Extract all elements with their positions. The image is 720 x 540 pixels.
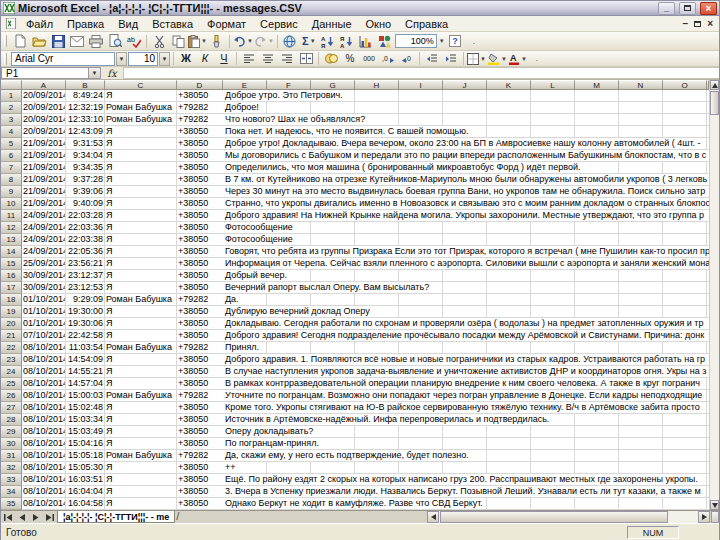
- cell-date[interactable]: 24/09/2014: [22, 210, 66, 222]
- cell-phone[interactable]: +38050: [177, 210, 223, 222]
- cell-phone[interactable]: +38050: [177, 426, 223, 438]
- font-size-dropdown-arrow-icon[interactable]: ▼: [159, 52, 170, 66]
- previous-sheet-button[interactable]: [15, 511, 29, 523]
- cell-date[interactable]: 25/09/2014: [22, 258, 66, 270]
- cell-message[interactable]: В 7 км. от Кутейниково на отрезке Кутейн…: [223, 174, 709, 186]
- cell-time[interactable]: 15:02:48: [66, 402, 105, 414]
- cell-phone[interactable]: +38050: [177, 246, 223, 258]
- cell-date[interactable]: 30/09/2014: [22, 282, 66, 294]
- cell-time[interactable]: 14:55:21: [66, 366, 105, 378]
- cell-date[interactable]: 20/09/2014: [22, 114, 66, 126]
- print-preview-button[interactable]: [106, 33, 124, 49]
- cell-message[interactable]: Добрый вечер.: [223, 270, 709, 282]
- cell-time[interactable]: 23:12:37: [66, 270, 105, 282]
- cell-sender[interactable]: Я: [105, 90, 177, 102]
- vertical-scrollbar[interactable]: [709, 80, 719, 510]
- dropdown-arrow-icon[interactable]: ▼: [310, 38, 316, 44]
- font-size-box[interactable]: 10: [128, 52, 158, 66]
- cell-message[interactable]: Да, скажи ему, у него есть подтверждение…: [223, 450, 709, 462]
- cell-message[interactable]: Через 30 минут на это место выдвинулась …: [223, 186, 709, 198]
- cell-sender[interactable]: Я: [105, 318, 177, 330]
- cell-time[interactable]: 22:03:38: [66, 234, 105, 246]
- row-number[interactable]: 4: [1, 126, 22, 138]
- cell-sender[interactable]: Я: [105, 366, 177, 378]
- cell-message[interactable]: Определились, что моя машина ( бронирова…: [223, 162, 709, 174]
- cell-phone[interactable]: +38050: [177, 330, 223, 342]
- increase-indent-button[interactable]: [442, 51, 460, 67]
- cell-message[interactable]: Доброе утро! Докладываю. Вчера вечером, …: [223, 138, 709, 150]
- cell-time[interactable]: 15:05:30: [66, 462, 105, 474]
- cell-message[interactable]: 3. Вчера в Успенку приезжали люди. Назва…: [223, 486, 709, 498]
- horizontal-scroll-thumb[interactable]: [440, 511, 668, 523]
- cell-phone[interactable]: +38050: [177, 90, 223, 102]
- cell-date[interactable]: 08/10/2014: [22, 414, 66, 426]
- cell-phone[interactable]: +38050: [177, 414, 223, 426]
- cell-sender[interactable]: Я: [105, 222, 177, 234]
- column-header-C[interactable]: C: [105, 80, 177, 90]
- cell-date[interactable]: 21/09/2014: [22, 174, 66, 186]
- cell-phone[interactable]: +38050: [177, 270, 223, 282]
- cell-phone[interactable]: +38050: [177, 222, 223, 234]
- row-number[interactable]: 16: [1, 270, 22, 282]
- sheet-tab-active[interactable]: ¦a¦-¦-¦-¦- ¦C¦-¦-ТГТИ¦¦¦- - me: [57, 511, 175, 523]
- print-button[interactable]: [87, 33, 105, 49]
- font-name-dropdown-arrow-icon[interactable]: ▼: [116, 52, 127, 66]
- column-header-N[interactable]: N: [619, 80, 663, 90]
- cell-time[interactable]: 8:49:24: [66, 90, 105, 102]
- cell-message[interactable]: Мы договорились с Бабушком и передали эт…: [223, 150, 709, 162]
- cell-sender[interactable]: Я: [105, 306, 177, 318]
- cell-date[interactable]: 08/10/2014: [22, 354, 66, 366]
- insert-function-button[interactable]: fx: [101, 67, 123, 79]
- cell-time[interactable]: 9:39:06: [66, 186, 105, 198]
- cell-phone[interactable]: +38050: [177, 234, 223, 246]
- cell-time[interactable]: 9:40:09: [66, 198, 105, 210]
- copy-button[interactable]: [169, 33, 187, 49]
- cell-date[interactable]: 08/10/2014: [22, 486, 66, 498]
- cell-sender[interactable]: Я: [105, 414, 177, 426]
- cell-date[interactable]: 08/10/2014: [22, 390, 66, 402]
- cell-time[interactable]: 19:30:00: [66, 306, 105, 318]
- toolbar-grip[interactable]: [4, 53, 7, 65]
- cell-date[interactable]: 21/09/2014: [22, 198, 66, 210]
- cell-time[interactable]: 15:00:03: [66, 390, 105, 402]
- row-number[interactable]: 33: [1, 474, 22, 486]
- decrease-indent-button[interactable]: [423, 51, 441, 67]
- cell-sender[interactable]: Я: [105, 402, 177, 414]
- cell-time[interactable]: 19:30:06: [66, 318, 105, 330]
- cell-time[interactable]: 15:03:34: [66, 414, 105, 426]
- cell-date[interactable]: 20/09/2014: [22, 126, 66, 138]
- dropdown-arrow-icon[interactable]: ▼: [480, 56, 486, 62]
- open-button[interactable]: [30, 33, 48, 49]
- cell-time[interactable]: 14:57:04: [66, 378, 105, 390]
- cell-message[interactable]: Дублирую вечерний доклад Оперу: [223, 306, 709, 318]
- cell-sender[interactable]: Я: [105, 438, 177, 450]
- cell-message[interactable]: Ещё. По району ездят 2 скорых на которых…: [223, 474, 709, 486]
- column-header-A[interactable]: A: [22, 80, 66, 90]
- cell-message[interactable]: Странно, что укропы двигались именно в Н…: [223, 198, 709, 210]
- cell-phone[interactable]: +38050: [177, 162, 223, 174]
- menu-вид[interactable]: Вид: [111, 18, 145, 30]
- horizontal-scrollbar[interactable]: [427, 511, 710, 523]
- merge-center-button[interactable]: [297, 51, 315, 67]
- cell-date[interactable]: 21/09/2014: [22, 138, 66, 150]
- cell-sender[interactable]: Я: [105, 354, 177, 366]
- cell-phone[interactable]: +38050: [177, 258, 223, 270]
- cell-time[interactable]: 16:04:58: [66, 498, 105, 510]
- cell-phone[interactable]: +38050: [177, 378, 223, 390]
- menu-правка[interactable]: Правка: [60, 18, 111, 30]
- cell-message[interactable]: Доброго здравия. 1. Появляются всё новые…: [223, 354, 709, 366]
- cell-sender[interactable]: Я: [105, 258, 177, 270]
- cell-time[interactable]: 14:54:09: [66, 354, 105, 366]
- cell-phone[interactable]: +38050: [177, 474, 223, 486]
- row-number[interactable]: 18: [1, 294, 22, 306]
- cell-phone[interactable]: +38050: [177, 282, 223, 294]
- cell-phone[interactable]: +38050: [177, 366, 223, 378]
- sort-ascending-button[interactable]: АЯ: [319, 33, 337, 49]
- cell-time[interactable]: 23:56:21: [66, 258, 105, 270]
- menu-файл[interactable]: Файл: [19, 18, 60, 30]
- toolbar-options-button[interactable]: .: [465, 33, 483, 49]
- undo-button[interactable]: ▼: [233, 33, 253, 49]
- cell-message[interactable]: Пока нет. И надеюсь, что не появится. С …: [223, 126, 709, 138]
- cell-sender[interactable]: Роман Бабушка: [105, 342, 177, 354]
- cell-message[interactable]: В случае наступления укропов задача-выяв…: [223, 366, 709, 378]
